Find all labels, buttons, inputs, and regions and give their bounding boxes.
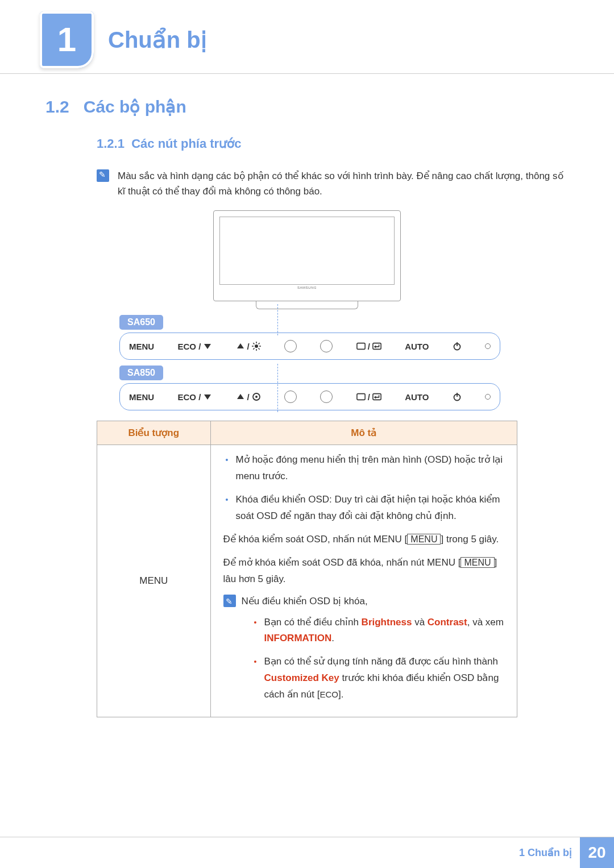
callout-line-2	[277, 364, 278, 412]
list-item: Bạn có thể sử dụng tính năng đã được cấu…	[252, 654, 504, 703]
list-item: Bạn có thể điều chỉnh Brightness và Cont…	[252, 614, 504, 647]
source-icon	[356, 342, 366, 351]
description-table: Biểu tượng Mô tả MENU Mở hoặc đóng menu …	[97, 421, 517, 717]
desc-bullets: Mở hoặc đóng menu hiển thị trên màn hình…	[223, 452, 504, 525]
svg-rect-21	[373, 394, 381, 400]
brightness-icon	[252, 342, 261, 351]
table-row: MENU Mở hoặc đóng menu hiển thị trên màn…	[97, 445, 517, 717]
enter-icon	[372, 392, 381, 401]
svg-rect-12	[373, 343, 381, 350]
svg-marker-13	[374, 346, 376, 348]
note-text: Màu sắc và hình dạng các bộ phận có thể …	[118, 168, 569, 199]
svg-marker-1	[237, 343, 244, 348]
page-content: 1.2Các bộ phận 1.2.1 Các nút phía trước …	[0, 74, 614, 729]
btn-source-enter: /	[356, 342, 381, 351]
footer-page-number: 20	[580, 837, 614, 868]
btn-eco-down: ECO /	[177, 342, 212, 351]
chapter-header: 1 Chuẩn bị	[0, 0, 614, 74]
btn-source-enter: /	[356, 392, 381, 402]
btn-up-target: /	[236, 392, 261, 402]
led-indicator	[485, 343, 491, 349]
col-header-icon: Biểu tượng	[97, 421, 211, 445]
svg-line-10	[258, 343, 259, 344]
power-icon	[453, 342, 462, 351]
triangle-down-icon	[203, 342, 212, 351]
section-heading: 1.2Các bộ phận	[45, 97, 569, 117]
subsection-title: Các nút phía trước	[131, 136, 241, 151]
blank-button-1	[284, 340, 297, 352]
btn-auto: AUTO	[405, 342, 429, 351]
note-row: Màu sắc và hình dạng các bộ phận có thể …	[97, 168, 569, 199]
led-indicator	[485, 394, 491, 400]
subsection-number: 1.2.1	[97, 136, 125, 151]
subsection-heading: 1.2.1 Các nút phía trước	[97, 136, 569, 151]
enter-icon	[372, 342, 381, 351]
svg-line-8	[258, 348, 259, 350]
section-number: 1.2	[45, 97, 69, 117]
row-desc: Mở hoặc đóng menu hiển thị trên màn hình…	[210, 445, 517, 717]
blank-button-2	[320, 340, 333, 352]
blank-button-1	[284, 391, 297, 403]
btn-menu: MENU	[129, 392, 154, 402]
btn-auto: AUTO	[405, 392, 429, 402]
chapter-number-badge: 1	[40, 11, 94, 68]
triangle-up-icon	[236, 342, 245, 351]
triangle-down-icon	[203, 392, 212, 401]
target-icon	[252, 392, 261, 401]
button-bar-sa850: MENU ECO / / / AUTO	[119, 383, 500, 410]
desc-para-unlock: Để mở khóa kiểm soát OSD đã khóa, nhấn n…	[223, 555, 504, 588]
list-item: Khóa điều khiển OSD: Duy trì cài đặt hiệ…	[223, 492, 504, 525]
model-tag-sa850: SA850	[119, 366, 163, 380]
note-icon	[97, 169, 109, 182]
svg-marker-17	[237, 394, 244, 399]
monitor-illustration: SAMSUNG	[213, 210, 401, 309]
svg-rect-11	[357, 343, 365, 350]
power-icon	[453, 392, 462, 401]
svg-marker-16	[204, 394, 211, 400]
blank-button-2	[320, 391, 333, 403]
btn-up-brightness: /	[236, 342, 261, 351]
monitor-stand	[256, 301, 358, 309]
monitor-frame: SAMSUNG	[213, 210, 401, 301]
btn-menu: MENU	[129, 342, 154, 351]
page-footer: 1 Chuẩn bị 20	[0, 837, 614, 868]
col-header-desc: Mô tả	[210, 421, 517, 445]
button-bar-sa650: MENU ECO / / / AUTO	[119, 333, 500, 360]
row-icon: MENU	[97, 445, 211, 717]
section-title: Các bộ phận	[84, 97, 186, 116]
list-item: Mở hoặc đóng menu hiển thị trên màn hình…	[223, 452, 504, 485]
monitor-screen	[219, 217, 395, 285]
callout-line-1	[277, 304, 278, 335]
btn-eco-down: ECO /	[177, 392, 212, 402]
triangle-up-icon	[236, 392, 245, 401]
source-icon	[356, 392, 366, 401]
sub-note: Nếu điều khiển OSD bị khóa,	[223, 593, 504, 610]
note-icon	[223, 595, 236, 607]
svg-line-9	[253, 348, 254, 350]
desc-para-lock: Để khóa kiểm soát OSD, nhấn nút MENU [ME…	[223, 531, 504, 548]
svg-rect-20	[357, 394, 365, 400]
svg-point-19	[255, 396, 258, 398]
model-tag-sa650: SA650	[119, 315, 163, 330]
svg-line-7	[253, 343, 254, 344]
footer-label: 1 Chuẩn bị	[519, 837, 580, 868]
svg-point-2	[255, 344, 258, 348]
chapter-title: Chuẩn bị	[108, 27, 207, 53]
svg-marker-22	[374, 396, 376, 399]
svg-marker-0	[204, 344, 211, 349]
monitor-brand: SAMSUNG	[219, 286, 395, 289]
sub-bullet-list: Bạn có thể điều chỉnh Brightness và Cont…	[252, 614, 504, 703]
